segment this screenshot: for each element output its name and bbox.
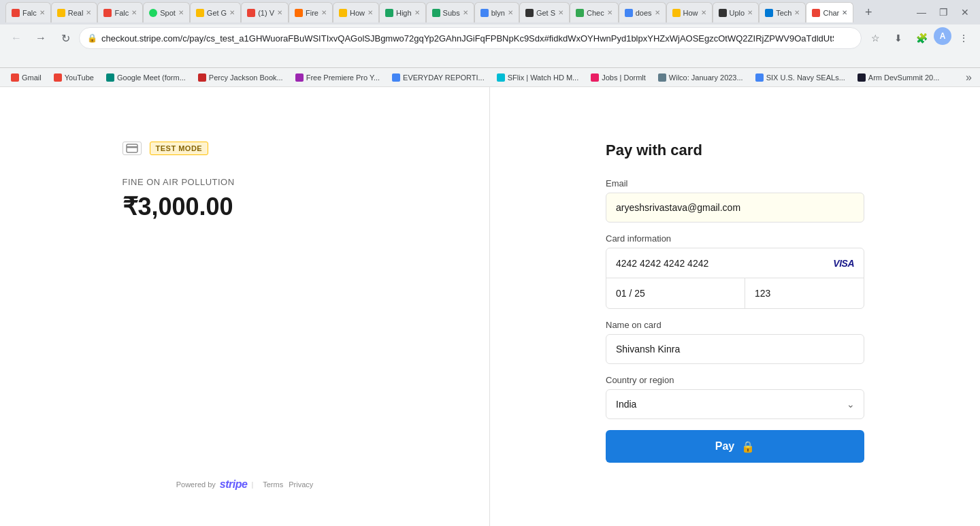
tab-favicon (525, 9, 534, 17)
restore-button[interactable]: ❐ (934, 3, 953, 22)
tab-close-icon[interactable]: ✕ (414, 9, 420, 16)
bookmark-favicon (295, 73, 304, 82)
tab-fire[interactable]: Fire ✕ (289, 2, 333, 22)
bookmark-arm[interactable]: Arm DevSummit 20... (852, 72, 945, 83)
card-cvc-input[interactable] (745, 278, 864, 308)
tab-falc2[interactable]: Falc ✕ (97, 2, 143, 22)
name-field-group: Name on card (606, 320, 864, 364)
tab-close-icon[interactable]: ✕ (794, 9, 800, 16)
tab-label: Fire (306, 9, 318, 17)
bookmark-favicon (54, 73, 62, 82)
tab-uplo[interactable]: Uplo ✕ (713, 2, 760, 22)
tab-get[interactable]: Get G ✕ (190, 2, 241, 22)
tab-blyn[interactable]: blyn ✕ (474, 2, 519, 22)
tab-favicon (149, 9, 157, 17)
tab-close-icon[interactable]: ✕ (229, 9, 235, 16)
name-label: Name on card (606, 320, 864, 330)
bookmark-favicon (591, 73, 599, 82)
email-input[interactable] (606, 193, 864, 223)
bookmark-favicon (755, 73, 764, 82)
tab-favicon (247, 9, 255, 17)
name-input[interactable] (606, 334, 864, 364)
tab-high[interactable]: High ✕ (379, 2, 426, 22)
bookmark-icon[interactable]: ☆ (864, 27, 886, 49)
card-expiry-input[interactable] (606, 278, 745, 308)
tab-close-icon[interactable]: ✕ (607, 9, 612, 16)
bookmark-label: Percy Jackson Book... (209, 73, 283, 82)
tab-close-icon[interactable]: ✕ (277, 9, 282, 16)
bookmark-wilco[interactable]: Wilco: January 2023... (653, 72, 749, 83)
bookmarks-more-button[interactable]: » (963, 71, 975, 84)
tab-favicon (625, 9, 633, 17)
tab-close-icon[interactable]: ✕ (178, 9, 184, 16)
bookmark-gmail[interactable]: Gmail (5, 72, 47, 83)
close-button[interactable]: ✕ (956, 3, 975, 22)
title-bar: Falc ✕ Real ✕ Falc ✕ Spot ✕ Get G ✕ (0, 0, 980, 24)
bookmark-label: Jobs | Dormlt (602, 73, 646, 82)
tab-label: Get G (207, 9, 227, 17)
tab-char-active[interactable]: Char ✕ (806, 2, 853, 22)
tab-falc1[interactable]: Falc ✕ (5, 2, 51, 22)
fine-amount: ₹3,000.00 (122, 193, 368, 221)
tab-close-icon[interactable]: ✕ (508, 9, 513, 16)
powered-by-text: Powered by (176, 480, 216, 489)
bookmark-favicon (106, 73, 114, 82)
tab-watch[interactable]: (1) V ✕ (241, 2, 289, 22)
tab-close-icon[interactable]: ✕ (39, 9, 45, 16)
powered-links: Terms Privacy (263, 480, 313, 489)
tab-close-icon[interactable]: ✕ (842, 9, 847, 16)
tab-close-icon[interactable]: ✕ (368, 9, 373, 16)
country-label: Country or region (606, 375, 864, 385)
tab-get2[interactable]: Get S ✕ (519, 2, 570, 22)
tab-favicon (480, 9, 489, 17)
profile-download-icon[interactable]: ⬇ (887, 27, 909, 49)
test-mode-badge: TEST MODE (150, 142, 209, 155)
bookmark-meet[interactable]: Google Meet (form... (101, 72, 191, 83)
card-number-input[interactable] (616, 258, 833, 269)
tab-spot[interactable]: Spot ✕ (143, 2, 190, 22)
bookmark-six[interactable]: SIX U.S. Navy SEALs... (750, 72, 851, 83)
tab-close-icon[interactable]: ✕ (131, 9, 137, 16)
address-bar-input[interactable] (79, 27, 862, 49)
tab-tech[interactable]: Tech ✕ (759, 2, 806, 22)
bookmark-sflix[interactable]: SFlix | Watch HD M... (491, 72, 585, 83)
tab-favicon (812, 9, 820, 17)
tab-how2[interactable]: How ✕ (666, 2, 713, 22)
pay-button[interactable]: Pay 🔒 (606, 430, 864, 463)
tab-close-icon[interactable]: ✕ (747, 9, 753, 16)
tab-subs[interactable]: Subs ✕ (426, 2, 474, 22)
minimize-button[interactable]: — (912, 3, 931, 22)
tab-close-icon[interactable]: ✕ (321, 9, 327, 16)
tab-close-icon[interactable]: ✕ (86, 9, 91, 16)
extensions-icon[interactable]: 🧩 (911, 27, 932, 49)
bookmark-premiere[interactable]: Free Premiere Pro Y... (290, 72, 385, 83)
bookmark-everyday[interactable]: EVERYDAY REPORTI... (387, 72, 490, 83)
bookmark-label: Free Premiere Pro Y... (306, 73, 380, 82)
navigation-toolbar: ← → ↻ 🔒 ☆ ⬇ 🧩 A ⋮ (0, 24, 980, 52)
tab-close-icon[interactable]: ✕ (701, 9, 706, 16)
tab-chec[interactable]: Chec ✕ (570, 2, 619, 22)
tab-close-icon[interactable]: ✕ (558, 9, 564, 16)
tab-close-icon[interactable]: ✕ (463, 9, 468, 16)
country-select[interactable]: India United States United Kingdom Canad… (606, 389, 864, 419)
bookmark-label: EVERYDAY REPORTI... (403, 73, 485, 82)
tab-real[interactable]: Real ✕ (51, 2, 98, 22)
privacy-link[interactable]: Privacy (289, 480, 313, 489)
tab-how1[interactable]: How ✕ (333, 2, 379, 22)
tab-favicon (432, 9, 440, 17)
back-button[interactable]: ← (5, 27, 27, 49)
card-info-label: Card information (606, 233, 864, 244)
more-menu-icon[interactable]: ⋮ (953, 27, 975, 49)
new-tab-button[interactable]: + (859, 3, 878, 22)
reload-button[interactable]: ↻ (54, 27, 76, 49)
bookmark-label: Arm DevSummit 20... (868, 73, 940, 82)
terms-link[interactable]: Terms (263, 480, 283, 489)
profile-avatar[interactable]: A (934, 27, 951, 45)
bookmark-jobs[interactable]: Jobs | Dormlt (585, 72, 651, 83)
tab-does[interactable]: does ✕ (619, 2, 666, 22)
bookmark-percy[interactable]: Percy Jackson Book... (193, 72, 289, 83)
visa-logo: VISA (833, 258, 854, 269)
bookmark-youtube[interactable]: YouTube (48, 72, 99, 83)
forward-button[interactable]: → (30, 27, 52, 49)
tab-close-icon[interactable]: ✕ (655, 9, 660, 16)
